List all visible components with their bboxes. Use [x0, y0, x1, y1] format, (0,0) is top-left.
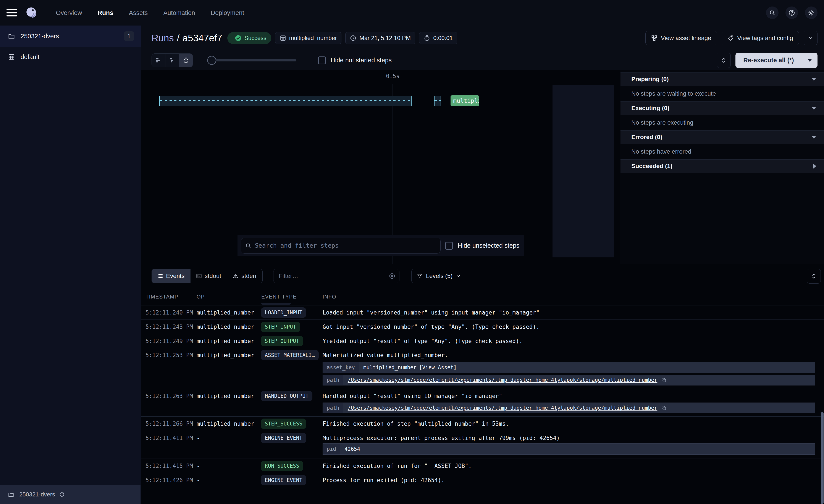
gantt-expand-button[interactable] — [717, 53, 731, 68]
event-type-badge: STEP_INPUT — [261, 322, 300, 332]
stopwatch-icon — [183, 57, 189, 64]
nav-item-runs[interactable]: Runs — [98, 9, 113, 16]
nav-item-assets[interactable]: Assets — [129, 9, 148, 16]
tab-stderr[interactable]: stderr — [227, 269, 263, 283]
section-body-preparing: No steps are waiting to execute — [620, 86, 824, 102]
section-header-errored[interactable]: Errored (0) — [620, 130, 824, 144]
log-toolbar: Events stdout stderr Levels (5) — [151, 269, 466, 283]
sidebar-item-default-job[interactable]: default — [0, 47, 141, 67]
event-type-badge: ENGINE_EVENT — [261, 475, 306, 485]
panel-divider[interactable] — [620, 70, 620, 264]
hide-unselected-checkbox[interactable] — [445, 242, 453, 250]
breadcrumb-runs-link[interactable]: Runs — [151, 33, 174, 43]
start-time-label: Mar 21, 5:12:10 PM — [359, 35, 411, 41]
nav-item-deployment[interactable]: Deployment — [211, 9, 244, 16]
tab-events[interactable]: Events — [152, 269, 191, 283]
asset-grid-icon — [280, 35, 286, 41]
waterfall-view-button[interactable] — [166, 54, 179, 67]
stopwatch-icon — [424, 35, 430, 41]
copy-icon[interactable] — [661, 377, 666, 383]
metadata-row-path: path /Users/smackesey/stm/code/elementl/… — [323, 375, 815, 385]
tab-stderr-label: stderr — [241, 272, 257, 279]
hide-not-started-checkbox[interactable] — [318, 56, 326, 64]
breadcrumb-separator: / — [177, 33, 180, 43]
step-search-input[interactable] — [255, 242, 436, 249]
search-button[interactable] — [766, 6, 779, 19]
gantt-minimap-band[interactable] — [552, 85, 614, 257]
flat-list-icon — [156, 57, 162, 64]
zoom-slider[interactable] — [207, 53, 296, 67]
metadata-row-asset-key: asset_key multiplied_number [View Asset] — [323, 362, 815, 373]
vertical-scrollbar[interactable] — [821, 412, 824, 504]
gear-icon — [808, 9, 815, 16]
run-header-actions: View asset lineage View tags and config — [645, 31, 824, 45]
path-link[interactable]: /Users/smackesey/stm/code/elementl/exper… — [348, 377, 657, 383]
log-filter-input[interactable] — [279, 272, 389, 279]
slider-track[interactable] — [212, 59, 296, 61]
run-id: a5347ef7 — [183, 33, 222, 43]
event-info: Process for run exited (pid: 42654). — [323, 477, 445, 484]
view-tags-config-label: View tags and config — [737, 35, 793, 41]
nav-item-overview[interactable]: Overview — [56, 9, 82, 16]
reexecute-all-button[interactable]: Re-execute all (*) — [735, 53, 802, 68]
slider-knob[interactable] — [207, 56, 216, 65]
metadata-value: 42654 — [344, 446, 360, 452]
levels-filter-button[interactable]: Levels (5) — [411, 269, 466, 283]
chevron-down-icon — [456, 274, 461, 278]
gantt-timeline: 0.5s — [141, 70, 620, 84]
refresh-icon[interactable] — [59, 491, 65, 498]
event-info: Finished execution of run for "__ASSET_J… — [323, 463, 472, 469]
event-op: - — [197, 477, 200, 484]
hamburger-menu-icon[interactable] — [6, 9, 17, 17]
dagster-logo[interactable] — [25, 6, 38, 19]
step-search-box — [241, 238, 440, 254]
caret-down-icon — [811, 78, 816, 81]
flat-view-button[interactable] — [152, 54, 166, 67]
event-row: 5:12:11.253 PM multiplied_number ASSET_M… — [141, 348, 824, 389]
reexecute-dropdown-button[interactable] — [802, 53, 818, 68]
nav-item-automation[interactable]: Automation — [163, 9, 195, 16]
view-asset-lineage-button[interactable]: View asset lineage — [645, 31, 717, 45]
copy-icon[interactable] — [661, 405, 666, 410]
section-header-preparing[interactable]: Preparing (0) — [620, 73, 824, 86]
section-header-succeeded[interactable]: Succeeded (1) — [620, 159, 824, 173]
event-info: Yielded output "result" of type "Any". (… — [323, 338, 523, 344]
event-timestamp: 5:12:11.415 PM — [145, 463, 193, 469]
warning-triangle-icon — [233, 273, 238, 279]
log-expand-button[interactable] — [807, 269, 821, 283]
asset-tag[interactable]: multiplied_number — [275, 32, 342, 44]
log-table-header: TIMESTAMP OP EVENT TYPE INFO — [141, 291, 824, 303]
help-button[interactable] — [786, 6, 798, 19]
event-row: 5:12:11.411 PM - ENGINE_EVENT Multiproce… — [141, 431, 824, 459]
view-mode-segmented-control — [151, 53, 193, 67]
settings-button[interactable] — [805, 6, 818, 19]
section-body-text: No steps are executing — [631, 119, 693, 126]
sidebar-item-workspace[interactable]: 250321-dvers 1 — [0, 25, 141, 47]
header-more-button[interactable] — [804, 31, 818, 45]
section-title: Succeeded (1) — [631, 163, 673, 169]
gantt-toolbar: Hide not started steps Re-execute all (*… — [141, 51, 824, 70]
gantt-waiting-segment[interactable] — [434, 96, 441, 106]
path-link[interactable]: /Users/smackesey/stm/code/elementl/exper… — [348, 405, 657, 411]
metadata-key: path — [323, 375, 343, 385]
clear-filter-icon[interactable] — [389, 273, 395, 279]
column-info: INFO — [323, 294, 336, 300]
section-header-executing[interactable]: Executing (0) — [620, 102, 824, 115]
gantt-step-bar[interactable]: multipli… — [450, 95, 479, 106]
gantt-waiting-bar[interactable] — [159, 96, 412, 106]
event-type-badge: STEP_OUTPUT — [261, 336, 303, 346]
clock-icon — [350, 35, 356, 41]
event-type-badge: RUN_SUCCESS — [261, 461, 303, 471]
tab-stdout[interactable]: stdout — [191, 269, 227, 283]
column-timestamp: TIMESTAMP — [145, 294, 178, 300]
time-marker: 0.5s — [383, 73, 403, 80]
status-badge: Success — [227, 32, 271, 44]
event-row: 5:12:11.415 PM - RUN_SUCCESS Finished ex… — [141, 459, 824, 473]
log-rows: 5:12:11.240 PM multiplied_number LOADED_… — [141, 303, 824, 487]
event-info: Multiprocess executor: parent process ex… — [323, 435, 560, 441]
view-tags-config-button[interactable]: View tags and config — [722, 31, 799, 45]
timed-view-button[interactable] — [179, 54, 193, 67]
view-asset-link[interactable]: [View Asset] — [419, 365, 456, 371]
lineage-icon — [651, 35, 657, 41]
gantt-search-panel: Hide unselected steps — [237, 235, 524, 256]
